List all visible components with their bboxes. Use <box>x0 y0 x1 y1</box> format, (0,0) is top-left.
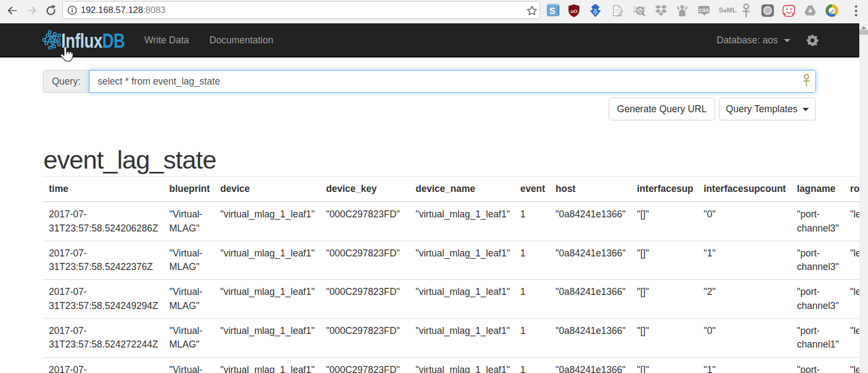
svg-text:10: 10 <box>638 9 642 13</box>
svg-text:CSS: CSS <box>699 8 709 13</box>
svg-text:S: S <box>550 7 556 16</box>
svg-text:uO: uO <box>570 8 577 14</box>
